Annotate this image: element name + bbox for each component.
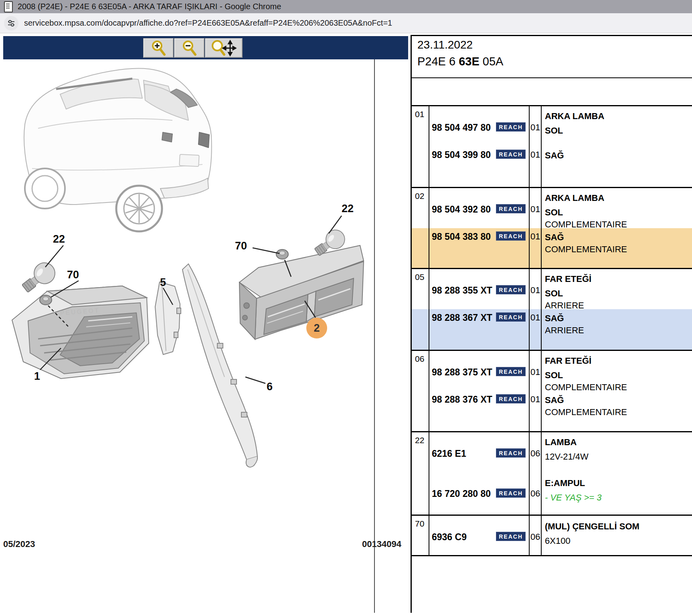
reach-badge[interactable]: REACH — [496, 394, 526, 403]
qty-cell: 01 — [530, 228, 542, 268]
qty-cell: 01 — [530, 309, 542, 350]
reach-badge[interactable]: REACH — [496, 285, 526, 294]
reach-badge[interactable]: REACH — [496, 204, 526, 213]
reach-badge[interactable]: REACH — [496, 150, 526, 159]
panel-header: 23.11.2022 P24E 6 63E 05A — [412, 35, 692, 78]
reach-badge[interactable]: REACH — [496, 312, 526, 322]
callout-2-balloon[interactable]: 2 — [306, 318, 327, 338]
part-cell: 98 504 383 80 REACH — [429, 228, 530, 268]
page-icon — [4, 1, 13, 12]
description-cell: FAR ETEĞİ SOL COMPLEMENTAIRE — [542, 351, 692, 391]
item-number: 06 — [412, 351, 429, 431]
qty-cell: 01 — [530, 269, 542, 309]
qty-cell: 06 — [530, 432, 542, 472]
part-number: 16 720 280 80 — [432, 488, 491, 499]
part-number: 98 288 367 XT — [432, 312, 492, 323]
part-number: 98 504 497 80 — [432, 122, 491, 133]
description-cell: SAĞ ARRIERE — [542, 309, 692, 350]
qty-cell: 01 — [530, 188, 542, 228]
table-row-05: 05 98 288 355 XT REACH 01 FAR ETEĞİ SOL … — [412, 268, 692, 350]
reach-badge[interactable]: REACH — [496, 488, 526, 498]
callout-22-left[interactable]: 22 — [53, 233, 65, 245]
item-number: 02 — [412, 188, 429, 268]
description-cell: SAĞ COMPLEMENTAIRE — [542, 228, 692, 268]
part-cell: 98 288 355 XT REACH — [429, 269, 530, 309]
part-cell: 6216 E1 REACH — [429, 432, 530, 472]
description-cell: SAĞ COMPLEMENTAIRE — [542, 391, 692, 431]
nut-left-art — [40, 295, 52, 305]
part-cell: 6936 C9 REACH — [429, 516, 530, 555]
callout-22-right[interactable]: 22 — [342, 203, 354, 215]
tail-lamp-left-art — [12, 286, 149, 379]
site-settings-icon[interactable] — [4, 16, 18, 30]
qty-cell: 01 — [530, 351, 542, 391]
callout-70-left[interactable]: 70 — [67, 269, 79, 281]
parts-panel: 23.11.2022 P24E 6 63E 05A 01 98 504 497 … — [411, 35, 692, 613]
item-number: 70 — [412, 516, 429, 555]
part-cell: 16 720 280 80 REACH — [429, 472, 530, 515]
part-number: 98 504 392 80 — [432, 204, 491, 215]
exploded-parts-diagram: PEUGEOT — [0, 0, 373, 616]
table-row-06: 06 98 288 375 XT REACH 01 FAR ETEĞİ SOL … — [412, 350, 692, 431]
item-number: 01 — [412, 106, 429, 187]
url-text[interactable]: servicebox.mpsa.com/docapvpr/affiche.do?… — [24, 18, 392, 28]
item-number: 05 — [412, 269, 429, 350]
reach-badge[interactable]: REACH — [496, 231, 526, 241]
nut-mid-art — [276, 249, 288, 259]
description-cell: ARKA LAMBA SOL — [542, 106, 692, 146]
viewer-toolbar — [3, 36, 408, 59]
table-row-70: 70 6936 C9 REACH 06 (MUL) ÇENGELLİ SOM 6… — [412, 515, 692, 556]
reach-badge[interactable]: REACH — [496, 532, 526, 541]
description-cell: E:AMPUL - VE YAŞ >= 3 — [542, 472, 692, 515]
callout-5[interactable]: 5 — [160, 276, 166, 289]
zoom-out-button[interactable] — [174, 38, 204, 58]
reach-badge[interactable]: REACH — [496, 448, 526, 458]
condition-note: - VE YAŞ >= 3 — [545, 492, 692, 504]
table-row-02: 02 98 504 392 80 REACH 01 ARKA LAMBA SOL… — [412, 187, 692, 268]
description-cell: ARKA LAMBA SOL COMPLEMENTAIRE — [542, 188, 692, 228]
address-bar[interactable]: servicebox.mpsa.com/docapvpr/affiche.do?… — [0, 13, 692, 33]
zoom-pan-button[interactable] — [205, 38, 243, 58]
callout-70-mid[interactable]: 70 — [235, 240, 247, 252]
qty-cell: 06 — [530, 472, 542, 515]
table-row-01: 01 98 504 497 80 REACH 01 ARKA LAMBA SOL… — [412, 105, 692, 187]
window-title: 2008 (P24E) - P24E 6 63E05A - ARKA TARAF… — [18, 2, 281, 11]
part-cell: 98 504 392 80 REACH — [429, 188, 530, 228]
description-cell: SAĞ — [542, 146, 692, 187]
part-number: 98 504 399 80 — [432, 150, 491, 160]
part-number: 6936 C9 — [432, 532, 467, 543]
part-number: 98 288 355 XT — [432, 285, 492, 296]
table-row-22: 22 6216 E1 REACH 06 LAMBA 12V-21/4W 16 7… — [412, 431, 692, 515]
description-cell: LAMBA 12V-21/4W — [542, 432, 692, 472]
panel-header-spacer — [412, 78, 692, 105]
car-illustration — [24, 69, 212, 231]
description-cell: FAR ETEĞİ SOL ARRIERE — [542, 269, 692, 309]
catalog-date: 23.11.2022 — [417, 38, 692, 51]
qty-cell: 01 — [530, 391, 542, 431]
diagram-date: 05/2023 — [3, 539, 35, 549]
part-cell: 98 288 376 XT REACH — [429, 391, 530, 431]
part-cell: 98 288 375 XT REACH — [429, 351, 530, 391]
window-titlebar: 2008 (P24E) - P24E 6 63E05A - ARKA TARAF… — [0, 0, 692, 13]
part-cell: 98 288 367 XT REACH — [429, 309, 530, 350]
qty-cell: 01 — [530, 106, 542, 146]
callout-1[interactable]: 1 — [34, 370, 40, 383]
pane-divider — [374, 59, 375, 613]
reach-badge[interactable]: REACH — [496, 367, 526, 376]
diagram-number: 00134094 — [362, 539, 401, 549]
item-number: 22 — [412, 432, 429, 515]
zoom-out-icon — [180, 39, 198, 57]
callout-6[interactable]: 6 — [267, 381, 273, 393]
reach-badge[interactable]: REACH — [496, 122, 526, 132]
qty-cell: 01 — [530, 146, 542, 187]
figure-reference: P24E 6 63E 05A — [417, 55, 692, 68]
tail-lamp-right-art — [239, 245, 364, 339]
zoom-in-icon — [150, 39, 167, 57]
part-number: 6216 E1 — [432, 448, 466, 459]
description-cell: (MUL) ÇENGELLİ SOM 6X100 — [542, 516, 692, 555]
part-cell: 98 504 497 80 REACH — [429, 106, 530, 146]
part-number: 98 288 375 XT — [432, 367, 492, 378]
part-number: 98 504 383 80 — [432, 231, 491, 242]
zoom-in-button[interactable] — [143, 38, 174, 58]
part-number: 98 288 376 XT — [432, 394, 492, 405]
